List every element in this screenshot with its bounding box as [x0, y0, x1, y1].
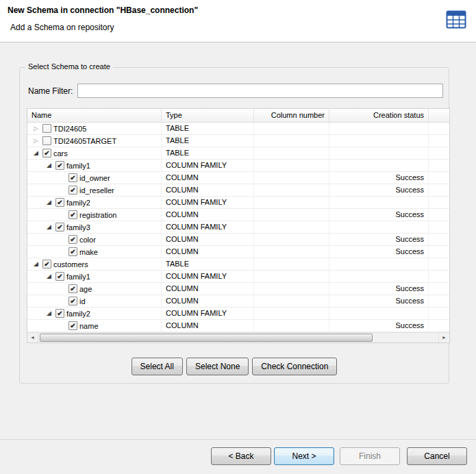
cell-type: COLUMN	[162, 209, 254, 221]
cell-creation-status: Success	[329, 184, 429, 196]
finish-button[interactable]: Finish	[340, 447, 400, 465]
row-checkbox[interactable]: ✔	[68, 186, 77, 195]
table-row[interactable]: ✔idCOLUMNSuccess	[27, 295, 449, 308]
cell-column-number	[254, 271, 329, 282]
schema-table-icon	[446, 10, 466, 29]
expand-toggle-icon[interactable]: ▷	[32, 124, 40, 133]
row-checkbox[interactable]: ✔	[68, 173, 77, 182]
cell-creation-status	[329, 147, 429, 159]
table-row[interactable]: ◢✔family1COLUMN FAMILY	[27, 271, 449, 283]
scroll-right-button[interactable]: ►	[438, 333, 449, 342]
table-row[interactable]: ✔ageCOLUMNSuccess	[27, 283, 449, 295]
collapse-toggle-icon[interactable]: ◢	[45, 161, 53, 170]
cell-spacer	[429, 172, 448, 184]
cell-type: TABLE	[162, 258, 254, 270]
cell-spacer	[429, 123, 448, 134]
cell-spacer	[429, 246, 448, 258]
column-header-creation-status[interactable]: Creation status	[329, 109, 429, 122]
table-row[interactable]: ◢✔family3COLUMN FAMILY	[27, 221, 449, 234]
next-button[interactable]: Next >	[274, 447, 334, 465]
row-checkbox[interactable]: ✔	[68, 235, 77, 244]
wizard-banner: New Schema in connection "HBase_connecti…	[0, 0, 476, 42]
cell-spacer	[429, 147, 448, 159]
row-checkbox[interactable]: ✔	[55, 272, 64, 281]
column-header-name[interactable]: Name	[27, 109, 162, 122]
collapse-toggle-icon[interactable]: ◢	[45, 223, 53, 232]
cell-spacer	[429, 283, 448, 295]
cell-name: ◢✔family1	[27, 271, 162, 282]
cell-spacer	[429, 308, 448, 319]
cell-creation-status	[329, 160, 429, 171]
cell-type: COLUMN FAMILY	[162, 160, 254, 171]
cell-type: COLUMN FAMILY	[162, 308, 254, 319]
cell-column-number	[254, 283, 329, 295]
table-row[interactable]: ◢✔family1COLUMN FAMILY	[27, 160, 449, 172]
name-filter-input[interactable]	[77, 84, 443, 98]
cell-type: COLUMN	[162, 184, 254, 196]
page-title: New Schema in connection "HBase_connecti…	[8, 5, 198, 15]
collapse-toggle-icon[interactable]: ◢	[45, 272, 53, 281]
table-row[interactable]: ◢✔family2COLUMN FAMILY	[27, 308, 449, 320]
select-all-button[interactable]: Select All	[131, 358, 183, 375]
collapse-toggle-icon[interactable]: ◢	[45, 198, 53, 207]
row-name-label: make	[79, 247, 98, 258]
row-name-label: registration	[79, 210, 116, 221]
row-checkbox[interactable]: ✔	[68, 297, 77, 305]
cell-type: COLUMN FAMILY	[162, 197, 254, 208]
row-checkbox[interactable]	[42, 136, 51, 145]
table-row[interactable]: ◢✔customersTABLE	[27, 258, 449, 271]
column-header-spacer[interactable]	[429, 109, 448, 122]
row-checkbox[interactable]: ✔	[55, 198, 64, 207]
table-row[interactable]: ✔id_ownerCOLUMNSuccess	[27, 172, 449, 184]
check-connection-button[interactable]: Check Connection	[252, 358, 337, 375]
cell-spacer	[429, 234, 448, 245]
select-none-button[interactable]: Select None	[186, 358, 249, 375]
table-row[interactable]: ✔nameCOLUMNSuccess	[27, 320, 449, 332]
horizontal-scrollbar[interactable]: ◄ ►	[27, 332, 449, 342]
cell-type: COLUMN FAMILY	[162, 271, 254, 282]
expand-toggle-icon[interactable]: ▷	[32, 136, 40, 145]
table-row[interactable]: ◢✔carsTABLE	[27, 147, 449, 160]
row-checkbox[interactable]: ✔	[55, 223, 64, 232]
collapse-toggle-icon[interactable]: ◢	[32, 260, 40, 269]
table-row[interactable]: ◢✔family2COLUMN FAMILY	[27, 197, 449, 209]
table-row[interactable]: ✔makeCOLUMNSuccess	[27, 246, 449, 258]
collapse-toggle-icon[interactable]: ◢	[32, 149, 40, 158]
tree-table-header: NameTypeColumn numberCreation status	[27, 109, 449, 123]
cell-spacer	[429, 197, 448, 208]
table-row[interactable]: ▷TDI24605TARGETTABLE	[27, 135, 449, 147]
new-schema-wizard-dialog: New Schema in connection "HBase_connecti…	[0, 0, 476, 474]
column-header-type[interactable]: Type	[162, 109, 254, 122]
column-header-column-number[interactable]: Column number	[254, 109, 329, 122]
cell-name: ◢✔customers	[27, 258, 162, 270]
row-checkbox[interactable]: ✔	[68, 210, 77, 219]
table-row[interactable]: ✔registrationCOLUMNSuccess	[27, 209, 449, 221]
row-checkbox[interactable]: ✔	[42, 260, 51, 269]
cell-type: TABLE	[162, 147, 254, 159]
row-checkbox[interactable]: ✔	[42, 149, 51, 158]
row-name-label: TDI24605	[53, 123, 86, 134]
row-checkbox[interactable]: ✔	[68, 321, 77, 330]
cell-name: ◢✔family1	[27, 160, 162, 171]
cell-creation-status	[329, 308, 429, 319]
collapse-toggle-icon[interactable]: ◢	[45, 309, 53, 318]
table-row[interactable]: ✔colorCOLUMNSuccess	[27, 234, 449, 246]
row-checkbox[interactable]: ✔	[68, 284, 77, 293]
scrollbar-thumb[interactable]	[40, 334, 373, 342]
cell-type: COLUMN	[162, 172, 254, 184]
cell-creation-status: Success	[329, 246, 429, 258]
row-name-label: id_reseller	[79, 185, 114, 196]
select-schema-group: Select Schema to create Name Filter: Nam…	[19, 67, 449, 384]
row-checkbox[interactable]	[42, 124, 51, 133]
row-checkbox[interactable]: ✔	[68, 247, 77, 256]
table-row[interactable]: ▷TDI24605TABLE	[27, 123, 449, 135]
row-checkbox[interactable]: ✔	[55, 161, 64, 170]
table-row[interactable]: ✔id_resellerCOLUMNSuccess	[27, 184, 449, 197]
schema-tree-table: NameTypeColumn numberCreation status ▷TD…	[27, 108, 450, 343]
row-name-label: customers	[53, 259, 88, 270]
cancel-button[interactable]: Cancel	[407, 447, 467, 465]
back-button[interactable]: < Back	[211, 447, 271, 465]
row-checkbox[interactable]: ✔	[55, 309, 64, 318]
page-subtitle: Add a Schema on repository	[10, 23, 114, 32]
scroll-left-button[interactable]: ◄	[27, 333, 38, 342]
